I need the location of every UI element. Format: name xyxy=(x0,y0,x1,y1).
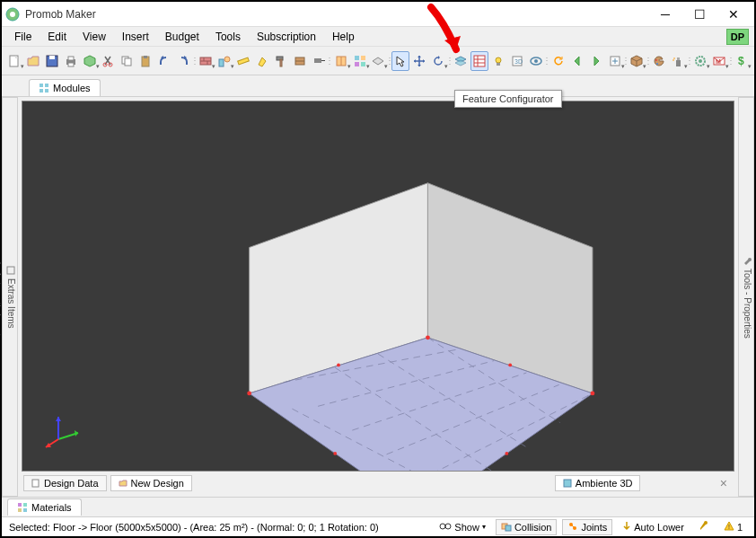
redo-button[interactable] xyxy=(174,51,192,71)
svg-rect-12 xyxy=(125,58,131,66)
tab-new-design[interactable]: New Design xyxy=(110,475,192,491)
measure-button[interactable] xyxy=(234,51,252,71)
mail-button[interactable]: M▾ xyxy=(710,51,728,71)
warning-count: 1 xyxy=(737,522,743,533)
materials-bar: Materials xyxy=(2,497,754,516)
hammer-button[interactable] xyxy=(272,51,290,71)
user-badge[interactable]: DP xyxy=(726,29,749,45)
tools-status-button[interactable] xyxy=(694,520,714,534)
sidebar-extras-items[interactable]: Extras Items xyxy=(4,261,17,332)
select-button[interactable] xyxy=(391,51,409,71)
svg-point-38 xyxy=(496,57,501,63)
budget-button[interactable]: $▾ xyxy=(733,51,751,71)
sidebar-tools-properties[interactable]: Tools - Properties xyxy=(741,251,753,342)
svg-point-86 xyxy=(333,452,337,455)
menu-budget[interactable]: Budget xyxy=(158,29,207,45)
module-button[interactable]: ▾ xyxy=(332,51,350,71)
svg-rect-30 xyxy=(355,56,359,60)
gear-button[interactable]: ▾ xyxy=(691,51,709,71)
svg-text:3D: 3D xyxy=(514,58,523,65)
new-button[interactable]: ▾ xyxy=(5,51,23,71)
menu-view[interactable]: View xyxy=(75,29,113,45)
refresh-button[interactable] xyxy=(549,51,567,71)
tab-design-data[interactable]: Design Data xyxy=(23,475,107,491)
cut-button[interactable] xyxy=(100,51,118,71)
auto-lower-button[interactable]: Auto Lower xyxy=(618,520,689,534)
svg-rect-98 xyxy=(18,508,22,512)
svg-point-20 xyxy=(224,57,230,62)
tab-label: Design Data xyxy=(44,478,99,489)
copy-button[interactable] xyxy=(119,51,136,71)
export-button[interactable]: ▾ xyxy=(606,51,624,71)
svg-rect-59 xyxy=(40,84,43,87)
wrench-icon xyxy=(742,255,752,266)
menu-file[interactable]: File xyxy=(7,29,39,45)
assembly-button[interactable]: ▾ xyxy=(351,51,369,71)
menu-edit[interactable]: Edit xyxy=(40,29,74,45)
svg-rect-7 xyxy=(68,63,74,66)
package-button[interactable]: ▾ xyxy=(629,51,646,71)
print-button[interactable] xyxy=(62,51,80,71)
toolbar-separator: ⋮ xyxy=(193,51,196,71)
close-button[interactable]: ✕ xyxy=(716,4,751,25)
svg-rect-31 xyxy=(361,56,365,60)
menu-insert[interactable]: Insert xyxy=(115,29,156,45)
svg-rect-63 xyxy=(7,267,14,274)
joints-button[interactable]: Joints xyxy=(562,519,612,535)
svg-marker-8 xyxy=(84,56,95,66)
open-button[interactable] xyxy=(24,51,42,71)
drawer-button[interactable] xyxy=(291,51,309,71)
save-button[interactable] xyxy=(43,51,61,71)
part-button[interactable]: ▾ xyxy=(370,51,388,71)
next-button[interactable] xyxy=(587,51,605,71)
svg-rect-95 xyxy=(564,480,571,487)
settings-button[interactable]: 3D xyxy=(508,51,526,71)
tab-label: Materials xyxy=(31,502,72,513)
svg-rect-26 xyxy=(314,58,321,63)
tab-materials[interactable]: Materials xyxy=(7,498,82,516)
app-icon xyxy=(5,7,20,22)
svg-text:$: $ xyxy=(738,55,744,67)
palette-button[interactable] xyxy=(650,51,668,71)
menubar: File Edit View Insert Budget Tools Subsc… xyxy=(2,27,754,47)
menu-help[interactable]: Help xyxy=(325,29,362,45)
wall-button[interactable]: ▾ xyxy=(197,51,215,71)
view-3d-button[interactable]: ▾ xyxy=(81,51,99,71)
svg-line-107 xyxy=(571,525,575,528)
menu-subscription[interactable]: Subscription xyxy=(250,29,323,45)
svg-rect-51 xyxy=(677,57,680,60)
tab-ambiente-3d[interactable]: Ambiente 3D xyxy=(555,475,641,491)
viewport-wrap: Design Data New Design Ambiente 3D × xyxy=(18,97,738,497)
warning-button[interactable]: ! 1 xyxy=(719,520,747,534)
undo-button[interactable] xyxy=(155,51,173,71)
show-button[interactable]: Show ▾ xyxy=(435,521,490,534)
light-button[interactable] xyxy=(489,51,507,71)
menu-tools[interactable]: Tools xyxy=(208,29,248,45)
spray-button[interactable]: ▾ xyxy=(669,51,687,71)
highlight-button[interactable] xyxy=(253,51,271,71)
geometry-button[interactable]: ▾ xyxy=(215,51,233,71)
svg-rect-4 xyxy=(49,56,55,59)
status-selection: Selected: Floor -> Floor (5000x5x5000) -… xyxy=(9,522,429,533)
toolbar-separator: ⋮ xyxy=(546,51,549,71)
maximize-button[interactable]: ☐ xyxy=(682,4,716,25)
auto-lower-label: Auto Lower xyxy=(634,522,684,533)
sidebar-left: Extras Items Automatic Insert Module Lis… xyxy=(2,97,18,497)
dropdown-icon: ▾ xyxy=(482,523,486,531)
tab-modules[interactable]: Modules xyxy=(29,79,101,96)
tool-icon xyxy=(699,521,709,534)
collision-button[interactable]: Collision xyxy=(496,519,558,535)
paste-button[interactable] xyxy=(136,51,154,71)
svg-rect-14 xyxy=(144,56,147,58)
sidebar-automatic-insert[interactable]: Automatic Insert xyxy=(0,254,3,340)
svg-rect-96 xyxy=(18,503,22,507)
viewport-3d[interactable] xyxy=(22,101,734,472)
svg-point-49 xyxy=(656,63,658,65)
visibility-button[interactable] xyxy=(527,51,545,71)
minimize-button[interactable]: ─ xyxy=(648,4,682,25)
annotation-arrow xyxy=(413,0,485,72)
drill-button[interactable] xyxy=(310,51,328,71)
close-tab-button[interactable]: × xyxy=(715,476,733,490)
svg-point-52 xyxy=(673,57,675,59)
prev-button[interactable] xyxy=(568,51,586,71)
